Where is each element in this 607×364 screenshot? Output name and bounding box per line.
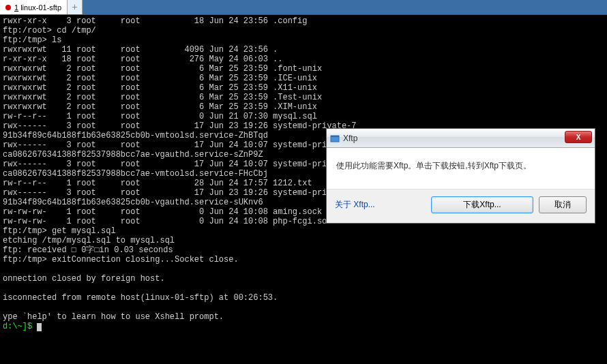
cancel-button[interactable]: 取消 [539, 196, 587, 213]
tab-label: linux-01-sftp [20, 3, 61, 12]
dirty-indicator-icon [5, 5, 11, 10]
svg-rect-1 [331, 136, 339, 137]
dialog-message: 使用此功能需要Xftp。单击下载按钮,转到Xftp下载页。 [336, 160, 585, 172]
dialog-body: 使用此功能需要Xftp。单击下载按钮,转到Xftp下载页。 [327, 148, 595, 189]
tab-number: 1 [14, 3, 18, 12]
cursor-icon [37, 323, 42, 331]
xftp-app-icon [329, 133, 340, 144]
tab-bar: 1 linux-01-sftp + [0, 0, 607, 15]
dialog-titlebar[interactable]: Xftp X [327, 129, 595, 148]
shell-prompt: d:\~]$ [3, 322, 32, 331]
tab-session[interactable]: 1 linux-01-sftp [0, 0, 68, 14]
xftp-dialog: Xftp X 使用此功能需要Xftp。单击下载按钮,转到Xftp下载页。 关于 … [326, 128, 595, 224]
about-xftp-link[interactable]: 关于 Xftp... [335, 199, 375, 211]
close-button[interactable]: X [565, 131, 592, 143]
add-tab-button[interactable]: + [68, 0, 83, 14]
close-icon: X [576, 134, 581, 141]
dialog-footer: 关于 Xftp... 下载Xftp... 取消 [327, 189, 595, 223]
download-xftp-button[interactable]: 下载Xftp... [431, 196, 533, 213]
dialog-title: Xftp [343, 134, 357, 143]
